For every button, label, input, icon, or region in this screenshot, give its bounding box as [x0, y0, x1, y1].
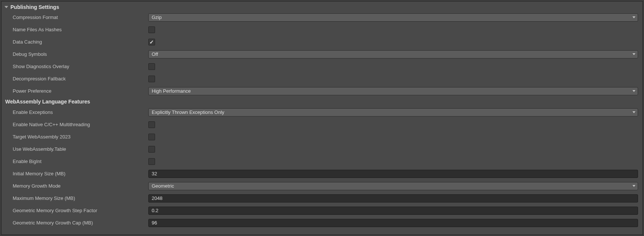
power-preference-dropdown[interactable]: High Performance — [148, 87, 638, 95]
geometric-growth-step-factor-label: Geometric Memory Growth Step Factor — [1, 208, 148, 213]
publishing-settings-header[interactable]: Publishing Settings — [1, 3, 643, 11]
wasm-language-features-header: WebAssembly Language Features — [1, 97, 643, 106]
enable-exceptions-label: Enable Exceptions — [1, 109, 148, 115]
decompression-fallback-label: Decompression Fallback — [1, 76, 148, 82]
dropdown-arrow-icon — [632, 90, 635, 92]
maximum-memory-size-label: Maximum Memory Size (MB) — [1, 195, 148, 201]
geometric-growth-step-factor-input[interactable] — [148, 207, 638, 215]
dropdown-arrow-icon — [632, 16, 635, 18]
dropdown-arrow-icon — [632, 53, 635, 55]
target-wasm-2023-label: Target WebAssembly 2023 — [1, 134, 148, 140]
compression-format-dropdown[interactable]: Gzip — [148, 13, 638, 22]
memory-growth-mode-label: Memory Growth Mode — [1, 183, 148, 189]
geometric-growth-cap-input[interactable] — [148, 219, 638, 227]
enable-bigint-checkbox[interactable] — [148, 158, 155, 165]
dropdown-arrow-icon — [632, 185, 635, 187]
enable-native-multithreading-checkbox[interactable] — [148, 121, 155, 128]
section-title: Publishing Settings — [10, 4, 59, 10]
dropdown-value: High Performance — [152, 88, 191, 94]
debug-symbols-dropdown[interactable]: Off — [148, 50, 638, 58]
compression-format-label: Compression Format — [1, 15, 148, 20]
dropdown-value: Explicitly Thrown Exceptions Only — [152, 109, 224, 115]
name-files-as-hashes-checkbox[interactable] — [148, 26, 155, 33]
dropdown-value: Gzip — [152, 15, 162, 20]
use-wasm-table-checkbox[interactable] — [148, 146, 155, 153]
foldout-arrow-down-icon — [4, 6, 8, 8]
target-wasm-2023-checkbox[interactable] — [148, 134, 155, 140]
debug-symbols-label: Debug Symbols — [1, 51, 148, 57]
dropdown-value: Geometric — [152, 183, 174, 189]
enable-bigint-label: Enable BigInt — [1, 159, 148, 164]
maximum-memory-size-input[interactable] — [148, 194, 638, 202]
power-preference-label: Power Preference — [1, 88, 148, 94]
decompression-fallback-checkbox[interactable] — [148, 76, 155, 82]
enable-native-multithreading-label: Enable Native C/C++ Multithreading — [1, 122, 148, 127]
geometric-growth-cap-label: Geometric Memory Growth Cap (MB) — [1, 220, 148, 226]
dropdown-arrow-icon — [632, 111, 635, 113]
memory-growth-mode-dropdown[interactable]: Geometric — [148, 182, 638, 190]
name-files-as-hashes-label: Name Files As Hashes — [1, 27, 148, 32]
enable-exceptions-dropdown[interactable]: Explicitly Thrown Exceptions Only — [148, 108, 638, 117]
initial-memory-size-label: Initial Memory Size (MB) — [1, 171, 148, 176]
initial-memory-size-input[interactable] — [148, 170, 638, 178]
show-diagnostics-overlay-checkbox[interactable] — [148, 63, 155, 70]
use-wasm-table-label: Use WebAssembly.Table — [1, 146, 148, 152]
data-caching-label: Data Caching — [1, 39, 148, 45]
settings-panel: Publishing Settings Compression Format G… — [1, 1, 643, 235]
data-caching-checkbox[interactable] — [148, 39, 155, 45]
dropdown-value: Off — [152, 51, 158, 57]
show-diagnostics-overlay-label: Show Diagnostics Overlay — [1, 64, 148, 69]
